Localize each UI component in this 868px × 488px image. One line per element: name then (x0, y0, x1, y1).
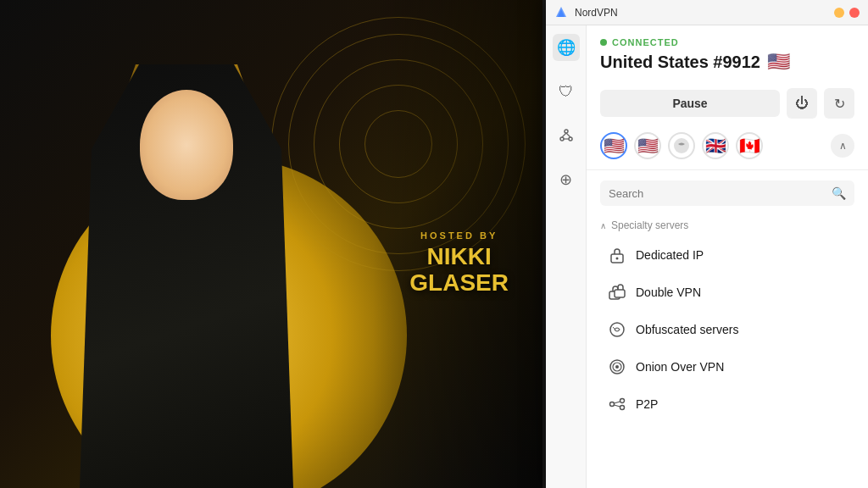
specialty-section-header: ∧ Specialty servers (587, 213, 868, 236)
divider-1 (587, 169, 868, 170)
specialty-label: Specialty servers (611, 219, 688, 231)
quick-server-us2[interactable]: 🇺🇸 (634, 132, 661, 159)
onion-label: Onion Over VPN (636, 360, 724, 374)
minimize-button[interactable] (834, 8, 844, 18)
poster-background: HOSTED BY NIKKI GLASER (0, 0, 542, 488)
refresh-button[interactable]: ↻ (824, 88, 854, 119)
app-title: NordVPN (575, 7, 834, 19)
connected-dot (600, 39, 607, 46)
svg-line-19 (615, 402, 620, 403)
quick-server-uk[interactable]: 🇬🇧 (702, 132, 729, 159)
server-item-dedicated-ip[interactable]: Dedicated IP (593, 236, 861, 274)
server-item-double-vpn[interactable]: Double VPN (593, 274, 861, 311)
hosted-by-label: HOSTED BY (409, 230, 509, 241)
close-button[interactable] (849, 8, 860, 18)
quick-servers: 🇺🇸 🇺🇸 🇬🇧 🇨🇦 ∧ (587, 125, 868, 166)
dedicated-ip-label: Dedicated IP (636, 248, 704, 262)
host-name: NIKKI GLASER (409, 244, 509, 297)
server-list[interactable]: ∧ Specialty servers Dedicated IP (587, 213, 868, 488)
search-input[interactable] (609, 187, 832, 200)
sidebar-icon-shield[interactable]: 🛡 (553, 78, 580, 105)
quick-server-generic[interactable] (668, 132, 695, 159)
server-item-obfuscated[interactable]: Obfuscated servers (593, 311, 861, 348)
controls-row: Pause ⏻ ↻ (587, 81, 868, 125)
svg-line-3 (562, 133, 566, 137)
window-controls (834, 8, 860, 18)
search-icon[interactable]: 🔍 (832, 186, 846, 200)
double-vpn-label: Double VPN (636, 286, 701, 299)
sidebar: 🌐 🛡 ⊕ (546, 25, 587, 488)
obfuscated-label: Obfuscated servers (636, 323, 738, 336)
sidebar-icon-settings[interactable]: ⊕ (553, 166, 580, 193)
search-bar[interactable]: 🔍 (600, 180, 854, 206)
double-vpn-icon (607, 282, 627, 302)
svg-point-11 (610, 323, 624, 336)
nordvpn-logo (554, 6, 568, 19)
svg-line-20 (615, 405, 620, 407)
svg-point-16 (610, 402, 615, 407)
p2p-label: P2P (636, 397, 658, 411)
status-badge: CONNECTED (600, 37, 854, 47)
main-panel: CONNECTED United States #9912 🇺🇸 Pause ⏻… (587, 25, 868, 488)
chevron-icon: ∧ (600, 221, 606, 230)
pause-button[interactable]: Pause (600, 90, 780, 117)
sidebar-icon-globe[interactable]: 🌐 (553, 34, 580, 61)
svg-point-2 (569, 137, 572, 141)
hosted-by-section: HOSTED BY NIKKI GLASER (409, 230, 509, 297)
svg-point-15 (615, 365, 619, 369)
p2p-icon (607, 394, 627, 414)
obfuscated-icon (607, 319, 627, 340)
svg-point-0 (565, 130, 568, 133)
server-item-onion[interactable]: Onion Over VPN (593, 348, 861, 385)
svg-point-17 (620, 399, 625, 403)
server-name: United States #9912 🇺🇸 (600, 51, 854, 73)
title-bar: NordVPN (546, 0, 868, 25)
svg-rect-10 (615, 290, 625, 297)
svg-point-18 (620, 406, 625, 410)
sidebar-icon-mesh[interactable] (553, 122, 580, 149)
quick-server-us1[interactable]: 🇺🇸 (600, 132, 627, 159)
connection-status-text: CONNECTED (612, 37, 679, 47)
connection-status: CONNECTED United States #9912 🇺🇸 (587, 25, 868, 81)
dedicated-ip-icon (607, 245, 627, 265)
svg-line-4 (566, 133, 570, 137)
server-item-p2p[interactable]: P2P (593, 385, 861, 423)
onion-icon (607, 357, 627, 377)
face (140, 90, 233, 200)
svg-point-6 (674, 138, 689, 153)
power-button[interactable]: ⏻ (787, 88, 817, 119)
svg-point-1 (560, 137, 564, 141)
expand-servers-button[interactable]: ∧ (831, 134, 854, 158)
svg-point-8 (616, 258, 619, 260)
vpn-app-window: NordVPN 🌐 🛡 ⊕ (546, 0, 868, 488)
app-body: 🌐 🛡 ⊕ CONNECTED (546, 25, 868, 488)
country-flag: 🇺🇸 (767, 51, 790, 73)
quick-server-ca[interactable]: 🇨🇦 (736, 132, 763, 159)
